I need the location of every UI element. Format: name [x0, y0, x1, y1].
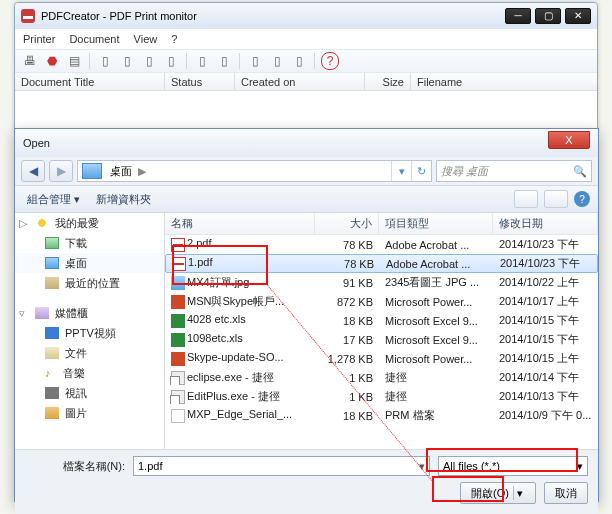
content-split: ▷我的最愛 下載 桌面 最近的位置 ▿媒體櫃 PPTV視頻 文件 ♪音樂 視訊 … [15, 213, 598, 449]
cancel-button[interactable]: 取消 [544, 482, 588, 504]
chevron-right-icon[interactable]: ▶ [136, 165, 148, 178]
nav-pane: ▷我的最愛 下載 桌面 最近的位置 ▿媒體櫃 PPTV視頻 文件 ♪音樂 視訊 … [15, 213, 165, 449]
new-folder-button[interactable]: 新增資料夾 [96, 192, 151, 207]
help-icon[interactable]: ? [321, 52, 339, 70]
menu-help[interactable]: ? [171, 33, 177, 45]
separator [239, 53, 240, 69]
tool-4-icon[interactable]: ▯ [162, 52, 180, 70]
menu-view[interactable]: View [134, 33, 158, 45]
recent-icon [45, 277, 59, 289]
tool-8-icon[interactable]: ▯ [268, 52, 286, 70]
cmdbar-right: ? [514, 190, 590, 208]
file-list: 名稱 大小 項目類型 修改日期 2.pdf78 KBAdobe Acrobat … [165, 213, 598, 449]
col-size[interactable]: Size [365, 73, 411, 90]
file-row[interactable]: 2.pdf78 KBAdobe Acrobat ...2014/10/23 下午 [165, 235, 598, 254]
nav-video[interactable]: 視訊 [15, 383, 164, 403]
tool-2-icon[interactable]: ▯ [118, 52, 136, 70]
file-row[interactable]: 4028 etc.xls18 KBMicrosoft Excel 9...201… [165, 311, 598, 330]
chevron-down-icon[interactable]: ▾ [419, 460, 425, 473]
stop-icon[interactable]: ⬣ [43, 52, 61, 70]
maximize-button[interactable]: ▢ [535, 8, 561, 24]
search-input[interactable]: 搜尋 桌面 🔍 [436, 160, 592, 182]
nav-pictures[interactable]: 圖片 [15, 403, 164, 423]
col-date[interactable]: 修改日期 [493, 213, 598, 234]
command-bar: 組合管理 ▾ 新增資料夾 ? [15, 185, 598, 213]
breadcrumb[interactable]: 桌面 [106, 164, 136, 179]
tool-6-icon[interactable]: ▯ [215, 52, 233, 70]
file-rows[interactable]: 2.pdf78 KBAdobe Acrobat ...2014/10/23 下午… [165, 235, 598, 449]
menu-document[interactable]: Document [69, 33, 119, 45]
file-row[interactable]: MSN與Skype帳戶...872 KBMicrosoft Power...20… [165, 292, 598, 311]
nav-recent[interactable]: 最近的位置 [15, 273, 164, 293]
app-icon [21, 9, 35, 23]
dialog-close-button[interactable]: X [548, 131, 590, 149]
window-buttons: ─ ▢ ✕ [505, 8, 591, 24]
tool-1-icon[interactable]: ▯ [96, 52, 114, 70]
nav-pptv[interactable]: PPTV視頻 [15, 323, 164, 343]
view-button[interactable] [514, 190, 538, 208]
file-row[interactable]: 1.pdf78 KBAdobe Acrobat ...2014/10/23 下午 [165, 254, 598, 273]
nav-favorites[interactable]: ▷我的最愛 [15, 213, 164, 233]
back-button[interactable]: ◀ [21, 160, 45, 182]
preview-button[interactable] [544, 190, 568, 208]
separator [314, 53, 315, 69]
minimize-button[interactable]: ─ [505, 8, 531, 24]
print-icon[interactable]: 🖶 [21, 52, 39, 70]
forward-button[interactable]: ▶ [49, 160, 73, 182]
tool-7-icon[interactable]: ▯ [246, 52, 264, 70]
bottom-panel: 檔案名稱(N): 1.pdf ▾ All files (*.*) ▾ 開啟(O)… [15, 449, 598, 514]
file-row[interactable]: 1098etc.xls17 KBMicrosoft Excel 9...2014… [165, 330, 598, 349]
chevron-down-icon[interactable]: ▾ [577, 460, 583, 473]
documents-icon [45, 347, 59, 359]
file-file-icon [171, 409, 185, 423]
open-split-caret[interactable]: ▾ [513, 486, 525, 500]
dialog-titlebar: Open X [15, 129, 598, 157]
tool-3-icon[interactable]: ▯ [140, 52, 158, 70]
tool-9-icon[interactable]: ▯ [290, 52, 308, 70]
menu-printer[interactable]: Printer [23, 33, 55, 45]
col-size[interactable]: 大小 [315, 213, 379, 234]
open-button[interactable]: 開啟(O) ▾ [460, 482, 536, 504]
file-row[interactable]: eclipse.exe - 捷徑1 KB捷徑2014/10/14 下午 [165, 368, 598, 387]
file-row[interactable]: EditPlus.exe - 捷徑1 KB捷徑2014/10/13 下午 [165, 387, 598, 406]
separator [89, 53, 90, 69]
tool-5-icon[interactable]: ▯ [193, 52, 211, 70]
col-name[interactable]: 名稱 [165, 213, 315, 234]
col-title[interactable]: Document Title [15, 73, 165, 90]
nav-row: ◀ ▶ 桌面 ▶ ▾ ↻ 搜尋 桌面 🔍 [15, 157, 598, 185]
doc-icon[interactable]: ▤ [65, 52, 83, 70]
file-row[interactable]: MXP_Edge_Serial_...18 KBPRM 檔案2014/10/9 … [165, 406, 598, 425]
open-dialog: Open X ◀ ▶ 桌面 ▶ ▾ ↻ 搜尋 桌面 🔍 組合管理 ▾ 新增資料夾… [14, 128, 599, 502]
col-type[interactable]: 項目類型 [379, 213, 493, 234]
filename-label: 檔案名稱(N): [25, 459, 125, 474]
dialog-title: Open [23, 137, 548, 149]
pdfcreator-window: PDFCreator - PDF Print monitor ─ ▢ ✕ Pri… [14, 2, 598, 132]
desktop-icon [45, 257, 59, 269]
refresh-icon[interactable]: ↻ [411, 161, 431, 181]
organize-button[interactable]: 組合管理 ▾ [23, 190, 84, 209]
nav-desktop[interactable]: 桌面 [15, 253, 164, 273]
list-body [15, 91, 597, 131]
menubar: Printer Document View ? [15, 29, 597, 49]
nav-downloads[interactable]: 下載 [15, 233, 164, 253]
file-row[interactable]: MX4訂單.jpg91 KB2345看圖王 JPG ...2014/10/22 … [165, 273, 598, 292]
col-created[interactable]: Created on [235, 73, 365, 90]
xls-file-icon [171, 333, 185, 347]
col-status[interactable]: Status [165, 73, 235, 90]
filename-input[interactable]: 1.pdf ▾ [133, 456, 430, 476]
library-icon [35, 307, 49, 319]
close-button[interactable]: ✕ [565, 8, 591, 24]
nav-documents[interactable]: 文件 [15, 343, 164, 363]
video-icon [45, 387, 59, 399]
help-icon[interactable]: ? [574, 191, 590, 207]
list-header: Document Title Status Created on Size Fi… [15, 73, 597, 91]
col-filename[interactable]: Filename [411, 73, 597, 90]
file-row[interactable]: Skype-update-SO...1,278 KBMicrosoft Powe… [165, 349, 598, 368]
filetype-select[interactable]: All files (*.*) ▾ [438, 456, 588, 476]
search-placeholder: 搜尋 桌面 [441, 164, 488, 179]
nav-music[interactable]: ♪音樂 [15, 363, 164, 383]
addr-right: ▾ ↻ [391, 161, 431, 181]
chevron-down-icon[interactable]: ▾ [391, 161, 411, 181]
address-bar[interactable]: 桌面 ▶ ▾ ↻ [77, 160, 432, 182]
nav-libraries[interactable]: ▿媒體櫃 [15, 303, 164, 323]
